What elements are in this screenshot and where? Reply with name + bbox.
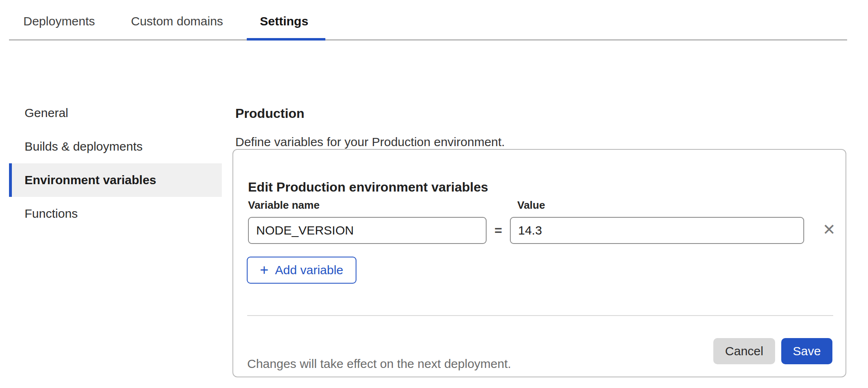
- sidebar-item-general[interactable]: General: [9, 96, 222, 130]
- environment-variables-card: Edit Production environment variables Va…: [232, 149, 846, 377]
- tab-settings[interactable]: Settings: [260, 14, 308, 29]
- card-title: Edit Production environment variables: [248, 180, 488, 195]
- value-label: Value: [517, 199, 545, 212]
- add-variable-button[interactable]: + Add variable: [247, 257, 356, 284]
- close-icon: ✕: [823, 222, 836, 237]
- add-variable-label: Add variable: [275, 263, 343, 277]
- tabbar-divider: [9, 39, 847, 41]
- deployment-note: Changes will take effect on the next dep…: [247, 357, 511, 371]
- tab-custom-domains[interactable]: Custom domains: [131, 14, 223, 29]
- value-input[interactable]: [510, 217, 804, 244]
- remove-variable-button[interactable]: ✕: [820, 220, 839, 239]
- settings-sidebar: General Builds & deployments Environment…: [9, 96, 222, 230]
- page-subtitle: Define variables for your Production env…: [235, 135, 505, 149]
- save-button[interactable]: Save: [781, 338, 832, 364]
- sidebar-item-environment-variables[interactable]: Environment variables: [9, 163, 222, 197]
- sidebar-item-builds-deployments[interactable]: Builds & deployments: [9, 130, 222, 163]
- variable-name-label: Variable name: [248, 199, 320, 212]
- variable-name-input[interactable]: [248, 217, 487, 244]
- page-title: Production: [235, 106, 304, 121]
- active-tab-indicator: [247, 38, 325, 41]
- cancel-button[interactable]: Cancel: [713, 338, 775, 364]
- plus-icon: +: [260, 263, 268, 277]
- tab-deployments[interactable]: Deployments: [23, 14, 95, 29]
- sidebar-item-functions[interactable]: Functions: [9, 197, 222, 230]
- card-divider: [247, 315, 833, 316]
- equals-sign: =: [487, 217, 510, 244]
